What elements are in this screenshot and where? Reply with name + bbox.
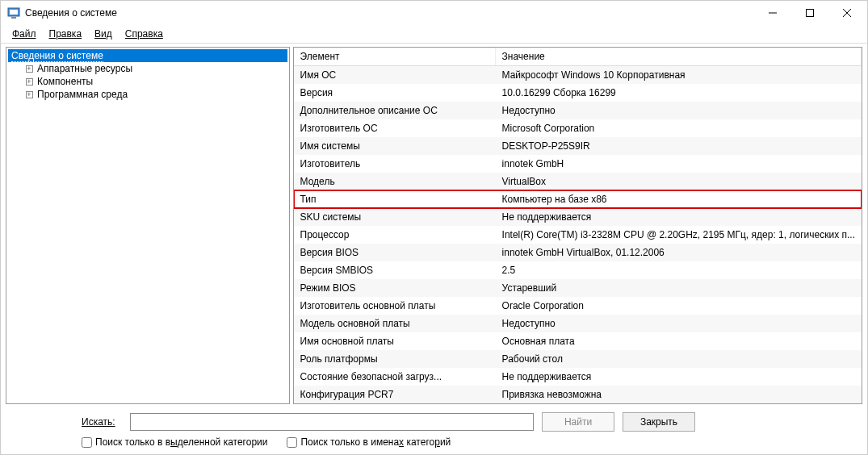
data-row[interactable]: Версия BIOSinnotek GmbH VirtualBox, 01.1… xyxy=(294,244,862,261)
cell-value: 2.5 xyxy=(496,263,862,278)
cell-value: VirtualBox xyxy=(496,174,862,189)
cell-value: 10.0.16299 Сборка 16299 xyxy=(496,86,862,100)
data-row[interactable]: МодельVirtualBox xyxy=(294,173,862,190)
cell-name: SKU системы xyxy=(294,210,496,224)
column-header-value[interactable]: Значение xyxy=(496,48,862,65)
check-selected-category[interactable]: Поиск только в выделенной категории xyxy=(82,436,267,448)
cell-name: Модель основной платы xyxy=(294,316,496,331)
check-category-names[interactable]: Поиск только в именах категорий xyxy=(287,436,451,448)
close-search-button[interactable]: Закрыть xyxy=(623,412,695,432)
cell-name: Роль платформы xyxy=(294,352,496,366)
column-header-name[interactable]: Элемент xyxy=(294,48,496,65)
tree-item[interactable]: +Компоненты xyxy=(21,75,287,88)
data-header: Элемент Значение xyxy=(294,48,862,66)
data-row[interactable]: Изготовитель основной платыOracle Corpor… xyxy=(294,297,862,315)
menu-edit[interactable]: Правка xyxy=(43,27,89,41)
menubar: Файл Правка Вид Справка xyxy=(1,25,867,43)
cell-value: Intel(R) Core(TM) i3-2328M CPU @ 2.20GHz… xyxy=(496,228,862,242)
titlebar: Сведения о системе xyxy=(1,1,867,25)
data-row[interactable]: Версия10.0.16299 Сборка 16299 xyxy=(294,84,862,102)
cell-name: Имя ОС xyxy=(294,68,496,82)
tree-item-label: Программная среда xyxy=(37,89,128,100)
data-row[interactable]: Имя основной платыОсновная плата xyxy=(294,332,862,350)
cell-name: Режим BIOS xyxy=(294,281,496,295)
expand-icon[interactable]: + xyxy=(24,77,34,86)
cell-value: Недоступно xyxy=(496,316,862,331)
cell-value: Майкрософт Windows 10 Корпоративная xyxy=(496,68,862,82)
tree-item[interactable]: +Программная среда xyxy=(21,88,287,101)
search-label: Искать: xyxy=(82,416,122,428)
menu-help[interactable]: Справка xyxy=(119,27,170,41)
data-row[interactable]: ПроцессорIntel(R) Core(TM) i3-2328M CPU … xyxy=(294,226,862,244)
data-row[interactable]: Состояние безопасной загруз...Не поддерж… xyxy=(294,368,862,386)
search-input[interactable] xyxy=(130,413,534,431)
app-icon xyxy=(7,6,20,19)
data-body[interactable]: Имя ОСМайкрософт Windows 10 Корпоративна… xyxy=(294,66,862,403)
cell-name: Имя основной платы xyxy=(294,334,496,349)
expand-icon[interactable]: + xyxy=(24,90,34,99)
svg-rect-1 xyxy=(10,10,18,15)
cell-name: Модель xyxy=(294,174,496,189)
check-category-names-box[interactable] xyxy=(287,437,297,448)
minimize-button[interactable] xyxy=(754,1,791,25)
data-row[interactable]: Конфигурация PCR7Привязка невозможна xyxy=(294,386,862,403)
maximize-button[interactable] xyxy=(791,1,828,25)
cell-value: Oracle Corporation xyxy=(496,298,862,313)
window-title: Сведения о системе xyxy=(25,7,754,19)
tree-item-label: Компоненты xyxy=(37,76,93,87)
search-area: Искать: Найти Закрыть Поиск только в выд… xyxy=(1,407,867,454)
cell-value: Рабочий стол xyxy=(496,352,862,366)
cell-name: Изготовитель xyxy=(294,157,496,171)
cell-name: Конфигурация PCR7 xyxy=(294,387,496,402)
menu-view[interactable]: Вид xyxy=(88,27,119,41)
svg-rect-2 xyxy=(11,17,16,19)
data-row[interactable]: Изготовитель ОСMicrosoft Corporation xyxy=(294,119,862,137)
cell-name: Версия xyxy=(294,86,496,100)
expand-icon[interactable]: + xyxy=(24,64,34,73)
data-row[interactable]: Изготовительinnotek GmbH xyxy=(294,155,862,173)
data-row[interactable]: Роль платформыРабочий стол xyxy=(294,350,862,368)
cell-name: Версия BIOS xyxy=(294,245,496,260)
tree-panel[interactable]: Сведения о системе +Аппаратные ресурсы+К… xyxy=(6,47,290,404)
data-row[interactable]: Имя ОСМайкрософт Windows 10 Корпоративна… xyxy=(294,66,862,84)
cell-name: Изготовитель основной платы xyxy=(294,298,496,313)
menu-file[interactable]: Файл xyxy=(6,27,43,41)
cell-value: Компьютер на базе x86 xyxy=(496,192,862,207)
content: Сведения о системе +Аппаратные ресурсы+К… xyxy=(1,43,867,407)
cell-name: Дополнительное описание ОС xyxy=(294,103,496,118)
data-row[interactable]: Режим BIOSУстаревший xyxy=(294,279,862,297)
cell-value: DESKTOP-P25S9IR xyxy=(496,139,862,153)
data-row[interactable]: Имя системыDESKTOP-P25S9IR xyxy=(294,137,862,155)
window: Сведения о системе Файл Правка Вид Справ… xyxy=(0,0,868,455)
cell-name: Состояние безопасной загруз... xyxy=(294,369,496,384)
cell-value: Привязка невозможна xyxy=(496,387,862,402)
data-row[interactable]: SKU системыНе поддерживается xyxy=(294,208,862,226)
cell-value: Основная плата xyxy=(496,334,862,349)
cell-name: Версия SMBIOS xyxy=(294,263,496,278)
cell-value: innotek GmbH VirtualBox, 01.12.2006 xyxy=(496,245,862,260)
data-row[interactable]: Дополнительное описание ОСНедоступно xyxy=(294,102,862,119)
cell-name: Тип xyxy=(294,192,496,207)
tree-item[interactable]: +Аппаратные ресурсы xyxy=(21,62,287,75)
cell-value: innotek GmbH xyxy=(496,157,862,171)
cell-value: Недоступно xyxy=(496,103,862,118)
cell-name: Процессор xyxy=(294,228,496,242)
cell-name: Имя системы xyxy=(294,139,496,153)
cell-value: Устаревший xyxy=(496,281,862,295)
cell-value: Не поддерживается xyxy=(496,210,862,224)
window-controls xyxy=(754,1,866,25)
close-button[interactable] xyxy=(828,1,866,25)
svg-rect-4 xyxy=(807,10,814,17)
cell-value: Не поддерживается xyxy=(496,369,862,384)
data-row[interactable]: ТипКомпьютер на базе x86 xyxy=(294,190,862,208)
tree-item-label: Аппаратные ресурсы xyxy=(37,63,132,74)
cell-name: Изготовитель ОС xyxy=(294,121,496,136)
data-row[interactable]: Версия SMBIOS2.5 xyxy=(294,261,862,279)
data-panel: Элемент Значение Имя ОСМайкрософт Window… xyxy=(293,47,862,404)
cell-value: Microsoft Corporation xyxy=(496,121,862,136)
check-selected-category-box[interactable] xyxy=(82,437,92,448)
tree-root[interactable]: Сведения о системе xyxy=(8,49,287,62)
find-button[interactable]: Найти xyxy=(542,412,614,432)
data-row[interactable]: Модель основной платыНедоступно xyxy=(294,315,862,332)
